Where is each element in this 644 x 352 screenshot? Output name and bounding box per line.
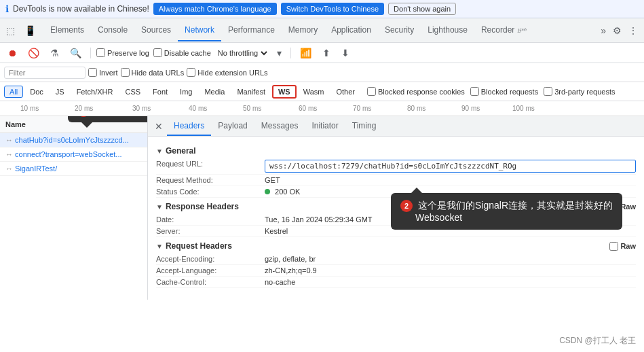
tab-application[interactable]: Application: [324, 20, 378, 41]
req-raw-checkbox[interactable]: [609, 242, 618, 251]
net-item-chathub[interactable]: chatHub?id=s0cLoImYcJtszzzcd...: [0, 133, 147, 147]
bubble2-num: 2: [400, 200, 413, 212]
status-code-text: 200 OK: [275, 188, 300, 196]
throttle-select[interactable]: No throttling: [215, 48, 269, 58]
status-dot: [265, 189, 270, 194]
net-item-siganir[interactable]: SiganIRTest/: [0, 162, 147, 176]
tab-sources[interactable]: Sources: [134, 20, 178, 41]
dont-show-button[interactable]: Don't show again: [388, 3, 456, 15]
accept-language-value: zh-CN,zh;q=0.9: [265, 266, 636, 275]
match-language-button[interactable]: Always match Chrome's language: [153, 3, 277, 15]
server-label: Server:: [156, 227, 265, 235]
blocked-cookies-label[interactable]: Blocked response cookies: [367, 87, 465, 96]
type-css[interactable]: CSS: [119, 86, 146, 98]
triangle-icon: ▼: [156, 147, 163, 155]
detail-tabs: ✕ Headers Payload Messages Initiator Tim…: [148, 116, 644, 137]
tab-elements[interactable]: Elements: [43, 20, 91, 41]
wifi-icon[interactable]: 📶: [297, 46, 315, 60]
switch-devtools-button[interactable]: Switch DevTools to Chinese: [281, 3, 384, 15]
type-wasm[interactable]: Wasm: [298, 86, 330, 98]
disable-cache-label[interactable]: Disable cache: [153, 48, 211, 57]
type-other[interactable]: Other: [330, 86, 360, 98]
content-area: Name 1 打开WS可以看到SignalR chatHub?id=s0cLoI…: [0, 116, 644, 300]
hide-data-urls-checkbox[interactable]: [121, 68, 130, 77]
throttle-dropdown-icon[interactable]: ▾: [273, 46, 285, 60]
third-party-checkbox[interactable]: [544, 87, 552, 96]
hide-ext-urls-label[interactable]: Hide extension URLs: [187, 68, 267, 77]
tab-network[interactable]: Network: [178, 20, 221, 41]
left-panel: Name 1 打开WS可以看到SignalR chatHub?id=s0cLoI…: [0, 116, 148, 300]
hide-data-urls-label[interactable]: Hide data URLs: [121, 68, 185, 77]
detail-tab-messages[interactable]: Messages: [254, 117, 305, 136]
date-label: Date:: [156, 215, 265, 224]
notif-text: DevTools is now available in Chinese!: [13, 4, 149, 14]
detail-tab-timing[interactable]: Timing: [345, 117, 383, 136]
invert-label[interactable]: Invert: [88, 68, 118, 77]
right-panel: ✕ Headers Payload Messages Initiator Tim…: [148, 116, 644, 300]
inspect-icon[interactable]: ⬚: [3, 23, 18, 38]
blocked-cookies-checkbox[interactable]: [367, 87, 376, 96]
more-tabs-button[interactable]: »: [597, 23, 609, 38]
accept-language-row: Accept-Language: zh-CN,zh;q=0.9: [156, 265, 636, 277]
resp-triangle-icon: ▼: [156, 203, 163, 211]
accept-language-label: Accept-Language:: [156, 266, 265, 275]
type-filter-right: Blocked response cookies Blocked request…: [367, 87, 615, 96]
blocked-requests-text: Blocked requests: [481, 88, 538, 96]
tick-100: 100 ms: [512, 105, 535, 112]
type-media[interactable]: Media: [199, 86, 230, 98]
tab-memory[interactable]: Memory: [282, 20, 324, 41]
request-method-value: GET: [265, 176, 636, 184]
search-icon[interactable]: 🔍: [67, 46, 85, 60]
device-icon[interactable]: 📱: [21, 23, 39, 38]
detail-tab-headers[interactable]: Headers: [167, 117, 211, 136]
tab-security[interactable]: Security: [378, 20, 421, 41]
cache-control-row: Cache-Control: no-cache: [156, 277, 636, 288]
record-button[interactable]: ⏺: [4, 46, 20, 60]
tab-console[interactable]: Console: [91, 20, 134, 41]
download-icon[interactable]: ⬇: [338, 46, 353, 60]
detail-tab-payload[interactable]: Payload: [211, 117, 254, 136]
filter-input[interactable]: [4, 67, 86, 79]
invert-checkbox[interactable]: [88, 68, 97, 77]
req-raw-label[interactable]: Raw: [609, 242, 636, 251]
close-detail-button[interactable]: ✕: [151, 118, 167, 135]
blocked-requests-label[interactable]: Blocked requests: [470, 87, 538, 96]
info-icon: ℹ: [5, 3, 9, 14]
type-filter-bar: All Doc JS Fetch/XHR CSS Font Img Media …: [0, 82, 644, 101]
hide-ext-urls-checkbox[interactable]: [187, 68, 195, 77]
tab-performance[interactable]: Performance: [221, 20, 282, 41]
tick-20: 20 ms: [75, 105, 93, 112]
type-font[interactable]: Font: [147, 86, 173, 98]
general-section-header[interactable]: ▼ General: [156, 146, 636, 156]
detail-tab-initiator[interactable]: Initiator: [305, 117, 345, 136]
tab-lighthouse[interactable]: Lighthouse: [421, 20, 474, 41]
clear-button[interactable]: 🚫: [24, 46, 43, 60]
type-doc[interactable]: Doc: [24, 86, 49, 98]
more-options-icon[interactable]: ⋮: [625, 23, 641, 38]
type-all[interactable]: All: [4, 86, 23, 98]
preserve-log-label[interactable]: Preserve log: [96, 48, 149, 57]
status-code-row: Status Code: 200 OK 2 这个是我们的SignalR连接，其实…: [156, 186, 636, 198]
settings-icon[interactable]: ⚙: [609, 23, 625, 38]
bubble1-num: 1: [77, 116, 90, 117]
type-js[interactable]: JS: [50, 86, 70, 98]
request-url-row: Request URL: wss://localhost:7279/chatHu…: [156, 158, 636, 175]
preserve-log-checkbox[interactable]: [96, 48, 105, 57]
cache-control-label: Cache-Control:: [156, 278, 265, 286]
type-img[interactable]: Img: [174, 86, 197, 98]
net-item-connect[interactable]: connect?transport=webSocket...: [0, 147, 147, 162]
req-triangle-icon: ▼: [156, 243, 163, 250]
cache-control-value: no-cache: [265, 278, 636, 286]
filter-icon[interactable]: ⚗: [47, 46, 62, 60]
third-party-label[interactable]: 3rd-party requests: [544, 87, 615, 96]
disable-cache-checkbox[interactable]: [153, 48, 162, 57]
upload-icon[interactable]: ⬆: [319, 46, 334, 60]
request-headers-section-header[interactable]: ▼ Request Headers Raw: [156, 241, 636, 251]
type-manifest[interactable]: Manifest: [231, 86, 271, 98]
tab-recorder[interactable]: Recorder 𝄹: [474, 20, 533, 41]
request-url-label: Request URL:: [156, 160, 265, 173]
blocked-requests-checkbox[interactable]: [470, 87, 479, 96]
type-fetch-xhr[interactable]: Fetch/XHR: [71, 86, 119, 98]
type-ws[interactable]: WS: [272, 85, 297, 99]
disable-cache-text: Disable cache: [164, 49, 211, 57]
